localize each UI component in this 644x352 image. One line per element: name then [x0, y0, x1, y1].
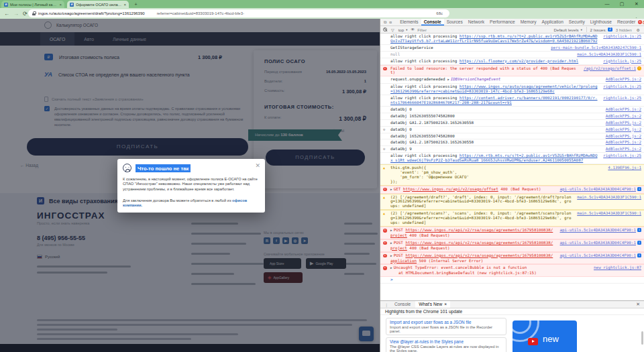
devtools-tab-security[interactable]: Security [566, 19, 588, 25]
play-button-icon[interactable] [528, 338, 538, 345]
console-source-link[interactable]: api-utils.5c1v4DA343A3D04C4F90:1 [560, 228, 637, 233]
console-row: allow right click processing https://www… [380, 84, 644, 95]
minimize-button[interactable]: — [600, 0, 614, 8]
console-object[interactable]: IDBVersionChangeEvent [451, 77, 500, 81]
reload-icon[interactable]: ⟳ [23, 11, 28, 17]
device-toolbar-icon[interactable]: ⧈ [389, 20, 392, 25]
console-source-link[interactable]: api-utils.5c1v4DA343A3D04C4F90:1 [560, 253, 637, 258]
expand-arrow-icon[interactable]: ▶ [447, 78, 449, 81]
expand-icon[interactable]: ⊙ [383, 148, 385, 152]
devtools-tab-sources[interactable]: Sources [444, 19, 466, 25]
drawer-menu-icon[interactable]: ⋮ [384, 302, 388, 307]
devtools-tab-console[interactable]: Console [421, 19, 444, 25]
error-count-badge[interactable]: ✕6 [638, 20, 644, 25]
issue-icon[interactable]: i [637, 241, 641, 245]
expand-arrow-icon[interactable]: ▶ [390, 254, 392, 257]
new-tab-button[interactable]: + [133, 1, 139, 7]
modal-close-icon[interactable]: ✕ [255, 162, 260, 169]
console-source-link[interactable]: rightclick.js:25 [603, 59, 641, 64]
console-url-link[interactable]: https://www.ingos.ru/api/v2/rsa/osago/ag… [390, 241, 553, 250]
console-url-link[interactable]: https://www.ingos.ru/api/v2/rsa/osago/ag… [390, 253, 553, 263]
drawer-tab-console[interactable]: Console [391, 301, 414, 308]
console-url-link[interactable]: https://www.ingos.ru/auto/osago/agreemen… [390, 84, 598, 93]
issues-chip[interactable]: 2 Issues:2 [590, 27, 612, 32]
console-source-link[interactable]: rightclick.js:25 [603, 96, 641, 101]
console-source-link[interactable]: 4.139EF96.js:1 [608, 166, 641, 170]
back-icon[interactable]: ← [4, 11, 9, 17]
expand-arrow-icon[interactable]: ▶ [390, 229, 392, 232]
whatsnew-graphic[interactable]: new [513, 320, 577, 352]
console-settings-icon[interactable]: ⚙ [637, 27, 640, 32]
forward-icon[interactable]: → [13, 11, 19, 17]
console-url-link[interactable]: https://sm.rtb.mts.ru/s?t=2.public.av1rV… [390, 154, 598, 162]
console-source-link[interactable]: api-utils.5c1v4DA343A3D04C4F90:1 [560, 241, 637, 245]
log-level-selector[interactable]: Default levels▼ [553, 27, 582, 32]
console-source-link[interactable]: new rightclick.js:87 [594, 266, 641, 270]
console-source-link[interactable]: main.5c1v4DA343A3D3F1C590:1 [577, 52, 641, 57]
whatsnew-card-title[interactable]: View @layer at-rules in the Styles pane [390, 339, 502, 344]
devtools-tab-memory[interactable]: Memory [518, 19, 539, 25]
devtools-tab-recorder[interactable]: Recorder [614, 19, 638, 25]
frame-selector[interactable]: top▼ [398, 27, 409, 32]
console-source-link[interactable]: rightclick.js:25 [603, 154, 641, 158]
expand-arrow-icon[interactable]: ▶ [390, 188, 392, 191]
devtools-tab-network[interactable]: Network [466, 19, 487, 25]
expand-icon[interactable]: ⊙ [383, 128, 385, 132]
console-source-link[interactable]: main.5c1v4DA343A3D3F1C590:1 [577, 211, 641, 216]
console-url-link[interactable]: https://content.adriver.ru/banners/00021… [390, 96, 598, 105]
error-icon: ✕ [383, 254, 387, 258]
console-source-link[interactable]: /api/v2/osago/offset:1 [584, 66, 636, 71]
browser-tab-2[interactable]: И Оформите ОСАГО онлайн в И... × [67, 1, 129, 8]
console-row: dataObj GA1.2.1875002163.1652630558AdBlo… [380, 120, 644, 127]
console-source-link[interactable]: AdBlockFPS.js:2 [606, 77, 641, 82]
drawer-tab-whatsnew[interactable]: What's New × [415, 301, 450, 308]
console-source-link[interactable]: pers-main-bundle.5c1v4DA343AD247C590:1 [551, 46, 641, 50]
devtools-tab-application[interactable]: Application [539, 19, 566, 25]
console-source-link[interactable]: rightclick.js:25 [603, 34, 641, 39]
drawer-tab-close-icon[interactable]: × [444, 301, 447, 308]
issue-icon[interactable]: i [637, 253, 641, 257]
console-source-link[interactable]: rightclick.js:25 [603, 84, 641, 89]
devtools-tab-elements[interactable]: Elements [397, 19, 421, 25]
window-controls: — ▢ ✕ [600, 0, 644, 8]
console-source-link[interactable]: AdBlockFPS.js:2 [606, 107, 641, 112]
omnibox[interactable]: ingos.ru/auto/osago/agreement/draft/?pro… [28, 9, 449, 17]
console-source-link[interactable]: AdBlockFPS.js:2 [606, 147, 641, 152]
devtools-tab-performance[interactable]: Performance [487, 19, 518, 25]
whatsnew-card[interactable]: Import and export user flows as a JSON f… [386, 318, 506, 335]
console-url-link[interactable]: https://www.ingos.ru/api/v2/osago/offset [403, 187, 498, 191]
console-prompt[interactable]: > [390, 278, 393, 282]
expand-arrow-icon[interactable]: ▶ [390, 241, 392, 245]
console-source-link[interactable]: AdBlockFPS.js:2 [606, 121, 641, 125]
whatsnew-header: Highlights from the Chrome 101 update [380, 308, 644, 315]
issue-icon[interactable]: i [637, 228, 641, 232]
browser-tab-1[interactable]: И Мои полисы | Личный кабинет × [1, 1, 64, 8]
drawer-close-icon[interactable]: ✕ [636, 302, 641, 307]
whatsnew-card-title[interactable]: Import and export user flows as a JSON f… [390, 320, 502, 325]
filter-funnel-icon[interactable]: ▽ [391, 27, 394, 32]
console-url-link[interactable]: https://ssp.rtb.mts.ru/s?t=2.public.av1r… [390, 34, 598, 43]
expand-arrow-icon[interactable]: ▶ [390, 266, 392, 270]
whatsnew-card[interactable]: View @layer at-rules in the Styles paneT… [386, 337, 506, 352]
clear-console-icon[interactable] [383, 27, 387, 32]
inspect-icon[interactable]: ⧉ [384, 20, 386, 25]
maximize-button[interactable]: ▢ [614, 0, 629, 8]
tab-close-icon[interactable]: × [123, 3, 126, 7]
console-source-link[interactable]: main.5c1v4DA343A3D3F1C590:1 [577, 195, 641, 200]
close-button[interactable]: ✕ [629, 0, 644, 8]
console-url-link[interactable]: https://ssl.floomery.com/v2/provider-pro… [460, 59, 578, 63]
tab-close-icon[interactable]: × [59, 3, 62, 7]
console-source-link[interactable]: api-utils.5c1v4DA343A3D04C4F90:1 [560, 187, 637, 192]
issue-icon[interactable]: i [637, 187, 641, 191]
devtools-tab-lighthouse[interactable]: Lighthouse [588, 19, 614, 25]
console-source-link[interactable]: AdBlockFPS.js:2 [606, 114, 641, 119]
console-source-link[interactable]: AdBlockFPS.js:2 [606, 127, 641, 132]
console-url-link[interactable]: https://www.ingos.ru/api/v2/rsa/osago/ag… [390, 228, 553, 237]
lock-icon[interactable] [32, 11, 36, 15]
console-filter-input[interactable]: Filter [417, 27, 427, 32]
console-source-link[interactable]: AdBlockFPS.js:2 [606, 134, 641, 139]
scrollbar-thumb[interactable] [641, 331, 643, 345]
hidden-messages-label[interactable]: 3 hidden [616, 27, 632, 32]
console-source-link[interactable]: AdBlockFPS.js:2 [606, 140, 641, 145]
live-expression-eye-icon[interactable]: 👁 [411, 27, 415, 32]
